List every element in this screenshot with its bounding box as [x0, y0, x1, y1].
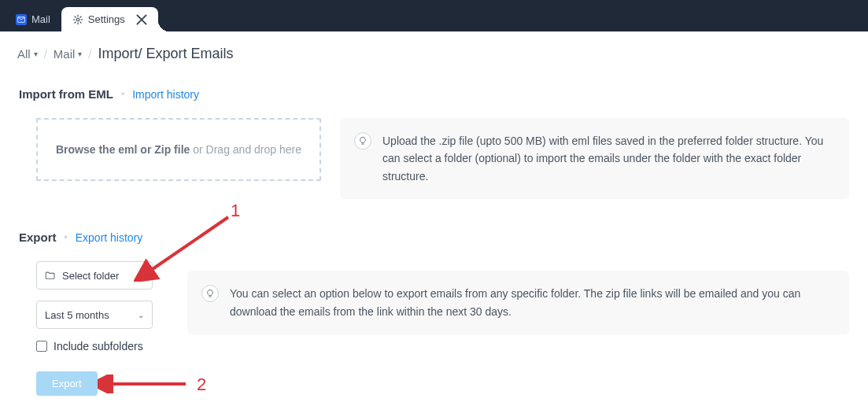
tab-mail[interactable]: Mail	[5, 7, 61, 31]
folder-icon	[45, 271, 56, 280]
dropzone-browse-text: Browse the eml or Zip file	[56, 143, 190, 156]
breadcrumb-all[interactable]: All ▾	[17, 47, 38, 61]
separator-dot: •	[121, 89, 124, 100]
export-tip-box: You can select an option below to export…	[187, 271, 849, 334]
lightbulb-icon	[201, 285, 219, 302]
breadcrumb-separator: /	[44, 47, 47, 61]
mail-icon	[16, 14, 27, 25]
lightbulb-icon	[354, 132, 371, 149]
chevron-down-icon: ⌄	[138, 311, 144, 319]
tab-mail-label: Mail	[31, 13, 50, 25]
close-icon[interactable]	[136, 14, 147, 25]
period-dropdown[interactable]: Last 5 months ⌄	[36, 301, 153, 329]
separator-dot: •	[65, 232, 68, 243]
export-controls-column: Select folder ⌄ Last 5 months ⌄ Include …	[36, 261, 168, 396]
export-tip-text: You can select an option below to export…	[230, 285, 835, 320]
gear-icon	[72, 14, 83, 25]
import-tip-box: Upload the .zip file (upto 500 MB) with …	[340, 118, 849, 199]
period-value: Last 5 months	[45, 309, 109, 321]
select-folder-dropdown[interactable]: Select folder ⌄	[36, 261, 153, 290]
tab-settings-label: Settings	[88, 13, 125, 25]
breadcrumb: All ▾ / Mail ▾ / Import/ Export Emails	[0, 31, 868, 76]
import-heading: Import from EML	[19, 87, 113, 101]
breadcrumb-mail[interactable]: Mail ▾	[54, 47, 83, 61]
upload-dropzone[interactable]: Browse the eml or Zip file or Drag and d…	[36, 118, 321, 181]
include-subfolders-checkbox[interactable]: Include subfolders	[36, 340, 168, 352]
dropzone-hint-text: or Drag and drop here	[190, 143, 301, 156]
export-button[interactable]: Export	[36, 371, 98, 396]
export-history-link[interactable]: Export history	[76, 231, 143, 244]
page-title: Import/ Export Emails	[98, 46, 234, 62]
include-subfolders-label: Include subfolders	[54, 340, 143, 352]
breadcrumb-all-label: All	[17, 47, 31, 61]
import-section-header: Import from EML • Import history	[19, 87, 849, 101]
breadcrumb-separator: /	[88, 47, 91, 61]
svg-point-1	[76, 18, 79, 21]
select-folder-label: Select folder	[62, 270, 119, 282]
import-history-link[interactable]: Import history	[132, 88, 199, 101]
chevron-down-icon: ▾	[78, 50, 82, 58]
export-heading: Export	[19, 231, 57, 244]
import-tip-text: Upload the .zip file (upto 500 MB) with …	[382, 132, 835, 185]
chevron-down-icon: ▾	[34, 50, 38, 58]
tab-settings[interactable]: Settings	[61, 7, 158, 31]
chevron-down-icon: ⌄	[138, 271, 144, 280]
window-tab-bar: Mail Settings	[0, 0, 868, 31]
export-section-header: Export • Export history	[19, 231, 849, 244]
breadcrumb-mail-label: Mail	[54, 47, 76, 61]
checkbox-box-icon	[36, 341, 47, 352]
